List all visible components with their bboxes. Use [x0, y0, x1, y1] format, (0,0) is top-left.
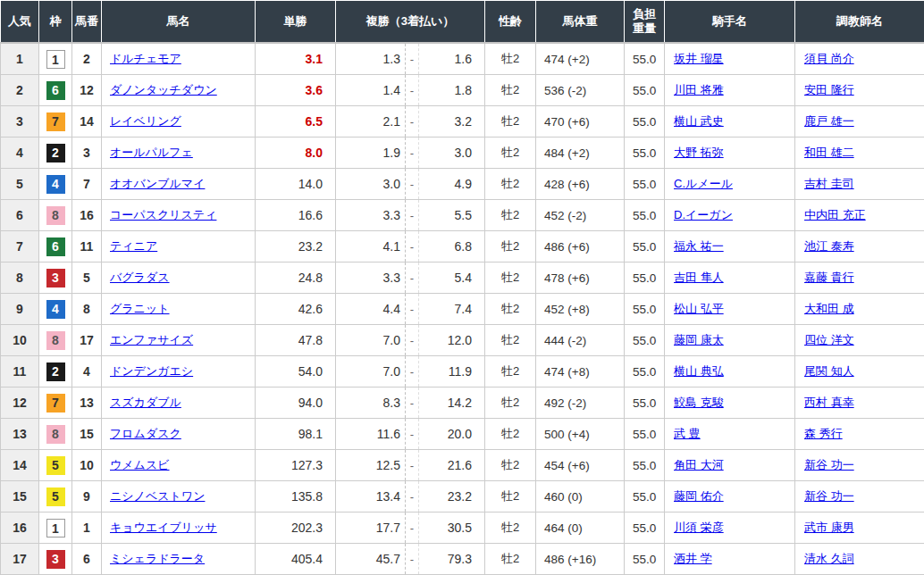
place-odds-high: 5.5 — [419, 200, 485, 231]
trainer-link[interactable]: 鹿戸 雄一 — [804, 114, 854, 128]
horse-name-link[interactable]: ウメムスビ — [110, 458, 170, 471]
horse-name-link[interactable]: ドルチェモア — [110, 52, 181, 65]
horse-name-link[interactable]: レイベリング — [110, 114, 181, 128]
jockey-link[interactable]: 藤岡 佑介 — [674, 489, 724, 503]
frame-cell: 5 — [39, 450, 72, 481]
sex-age: 牡2 — [485, 544, 536, 575]
jockey-link[interactable]: 川田 将雅 — [674, 83, 724, 96]
trainer-link[interactable]: 新谷 功一 — [804, 458, 854, 471]
horse-name-link[interactable]: スズカダブル — [110, 396, 181, 409]
col-header-horse-weight: 馬体重 — [536, 1, 625, 44]
horse-name-link[interactable]: バグラダス — [110, 271, 170, 284]
place-odds-low: 17.7 — [336, 512, 406, 544]
jockey-link[interactable]: 川須 栄彦 — [674, 521, 724, 534]
place-odds-separator: - — [406, 75, 419, 106]
frame-cell: 6 — [39, 231, 72, 262]
trainer-link[interactable]: 須貝 尚介 — [804, 52, 854, 65]
horse-name-link[interactable]: エンファサイズ — [110, 333, 193, 346]
jockey-cell: 福永 祐一 — [665, 231, 795, 262]
trainer-link[interactable]: 池江 泰寿 — [804, 239, 854, 253]
horse-number: 13 — [72, 388, 102, 419]
trainer-link[interactable]: 嘉藤 貴行 — [804, 271, 854, 284]
win-odds: 6.5 — [256, 106, 336, 138]
horse-name-cell: ドルチェモア — [102, 43, 256, 75]
popularity-rank: 8 — [1, 262, 39, 294]
table-header: 人気 枠 馬番 馬名 単勝 複勝（3着払い） 性齢 馬体重 負担重量 騎手名 調… — [1, 1, 924, 44]
trainer-link[interactable]: 森 秀行 — [804, 427, 843, 440]
frame-cell: 8 — [39, 325, 72, 356]
trainer-cell: 吉村 圭司 — [795, 169, 924, 200]
frame-cell: 4 — [39, 169, 72, 200]
frame-number-badge: 7 — [46, 112, 65, 131]
jockey-link[interactable]: 鮫島 克駿 — [674, 396, 724, 409]
place-odds-separator: - — [406, 138, 419, 169]
frame-number-badge: 4 — [46, 300, 65, 319]
horse-number: 12 — [72, 75, 102, 106]
horse-weight: 486 (+6) — [536, 231, 625, 262]
trainer-link[interactable]: 大和田 成 — [804, 302, 854, 315]
jockey-link[interactable]: 横山 武史 — [674, 114, 724, 128]
jockey-cell: C.ルメール — [665, 169, 795, 200]
jockey-link[interactable]: 松山 弘平 — [674, 302, 724, 315]
horse-name-link[interactable]: ニシノベストワン — [110, 489, 205, 503]
horse-name-link[interactable]: ティニア — [110, 239, 157, 253]
horse-number: 2 — [72, 43, 102, 75]
place-odds-high: 21.6 — [419, 450, 485, 481]
trainer-link[interactable]: 尾関 知人 — [804, 364, 854, 378]
jockey-link[interactable]: 坂井 瑠星 — [674, 52, 724, 65]
frame-cell: 1 — [39, 512, 72, 544]
place-odds-low: 1.4 — [336, 75, 406, 106]
sex-age: 牡2 — [485, 356, 536, 388]
table-row: 6 8 16 コーパスクリスティ 16.6 3.3 - 5.5 牡2 452 (… — [1, 200, 924, 231]
trainer-link[interactable]: 新谷 功一 — [804, 489, 854, 503]
popularity-rank: 5 — [1, 169, 39, 200]
carried-weight: 55.0 — [625, 43, 665, 75]
horse-name-link[interactable]: ミシェラドラータ — [110, 552, 205, 565]
trainer-link[interactable]: 安田 隆行 — [804, 83, 854, 96]
horse-weight: 470 (+6) — [536, 106, 625, 138]
horse-name-link[interactable]: グラニット — [110, 302, 170, 315]
carried-weight: 55.0 — [625, 294, 665, 325]
horse-name-link[interactable]: キョウエイブリッサ — [110, 521, 217, 534]
jockey-link[interactable]: 吉田 隼人 — [674, 271, 724, 284]
jockey-link[interactable]: 福永 祐一 — [674, 239, 724, 253]
trainer-link[interactable]: 清水 久詞 — [804, 552, 854, 565]
horse-name-link[interactable]: ドンデンガエシ — [110, 364, 193, 378]
jockey-link[interactable]: C.ルメール — [674, 177, 733, 190]
sex-age: 牡2 — [485, 325, 536, 356]
jockey-link[interactable]: D.イーガン — [674, 208, 733, 221]
horse-name-link[interactable]: コーパスクリスティ — [110, 208, 216, 221]
jockey-link[interactable]: 角田 大河 — [674, 458, 724, 471]
horse-name-link[interactable]: オオバンブルマイ — [110, 177, 205, 190]
place-odds-low: 4.1 — [336, 231, 406, 262]
trainer-link[interactable]: 武市 康男 — [804, 521, 854, 534]
horse-name-link[interactable]: オールパルフェ — [110, 146, 193, 159]
sex-age: 牡2 — [485, 43, 536, 75]
place-odds-separator: - — [406, 200, 419, 231]
jockey-link[interactable]: 武 豊 — [674, 427, 701, 440]
trainer-link[interactable]: 吉村 圭司 — [804, 177, 854, 190]
trainer-link[interactable]: 西村 真幸 — [804, 396, 854, 409]
horse-name-cell: ウメムスビ — [102, 450, 256, 481]
jockey-link[interactable]: 横山 典弘 — [674, 364, 724, 378]
trainer-cell: 武市 康男 — [795, 512, 924, 544]
trainer-link[interactable]: 四位 洋文 — [804, 333, 854, 346]
trainer-link[interactable]: 和田 雄二 — [804, 146, 854, 159]
carried-weight: 55.0 — [625, 450, 665, 481]
place-odds-low: 11.6 — [336, 419, 406, 450]
place-odds-high: 11.9 — [419, 356, 485, 388]
trainer-cell: 池江 泰寿 — [795, 231, 924, 262]
jockey-link[interactable]: 大野 拓弥 — [674, 146, 724, 159]
jockey-link[interactable]: 藤岡 康太 — [674, 333, 724, 346]
horse-name-link[interactable]: フロムダスク — [110, 427, 181, 440]
frame-cell: 2 — [39, 138, 72, 169]
frame-number-badge: 1 — [46, 50, 65, 69]
horse-name-link[interactable]: ダノンタッチダウン — [110, 83, 217, 96]
place-odds-high: 6.8 — [419, 231, 485, 262]
trainer-cell: 新谷 功一 — [795, 481, 924, 512]
popularity-rank: 15 — [1, 481, 39, 512]
place-odds-low: 4.4 — [336, 294, 406, 325]
trainer-link[interactable]: 中内田 充正 — [804, 208, 866, 221]
place-odds-low: 3.0 — [336, 169, 406, 200]
jockey-link[interactable]: 酒井 学 — [674, 552, 712, 565]
